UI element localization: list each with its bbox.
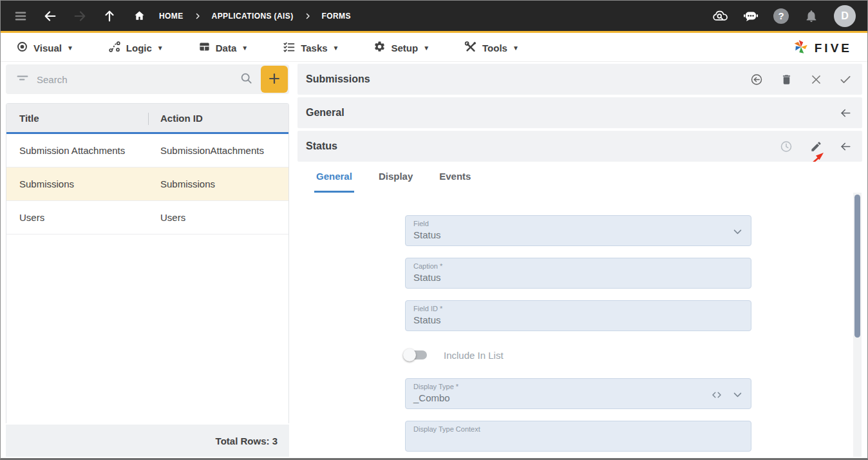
caption-value: Status <box>413 272 742 283</box>
chevron-down-icon[interactable] <box>732 226 743 240</box>
display-type-value: _Combo <box>413 392 742 403</box>
detail-tabs: General Display Events <box>297 162 862 193</box>
section-general[interactable]: General <box>297 97 862 128</box>
help-icon[interactable]: ? <box>773 8 789 24</box>
caret-down-icon: ▼ <box>157 44 164 52</box>
table-row[interactable]: Users Users <box>6 201 288 235</box>
setup-gear-icon <box>373 41 386 55</box>
code-icon[interactable] <box>711 389 722 403</box>
menu-setup-label: Setup <box>391 43 418 53</box>
caret-down-icon: ▼ <box>423 44 429 52</box>
display-type-context-input[interactable]: Display Type Context <box>405 421 751 452</box>
include-in-list-row: Include In List <box>405 345 862 365</box>
pencil-icon[interactable] <box>809 140 822 153</box>
five-pinwheel-icon <box>793 39 809 58</box>
search-icon[interactable] <box>240 72 253 88</box>
row-action-id: Submissions <box>147 178 288 189</box>
breadcrumb-home[interactable]: HOME <box>154 12 189 21</box>
row-action-id: Users <box>147 212 288 223</box>
chevron-down-icon[interactable] <box>732 389 743 403</box>
caret-down-icon: ▼ <box>333 44 339 52</box>
record-detail-panel: Submissions General <box>297 62 862 458</box>
collapse-arrow-icon[interactable] <box>839 106 852 119</box>
menu-visual[interactable]: Visual ▼ <box>16 41 73 55</box>
field-select[interactable]: Field Status <box>405 215 751 246</box>
section-general-label: General <box>306 107 344 119</box>
trash-icon[interactable] <box>780 73 793 86</box>
row-title: Users <box>6 212 147 223</box>
menu-setup[interactable]: Setup ▼ <box>373 41 429 55</box>
visual-icon <box>16 41 28 55</box>
up-arrow-icon[interactable] <box>101 8 118 24</box>
five-logo: FIVE <box>793 39 852 58</box>
field-select-value: Status <box>413 229 742 240</box>
caret-down-icon: ▼ <box>67 44 73 52</box>
tab-display[interactable]: Display <box>377 162 415 193</box>
section-status[interactable]: Status <box>297 131 862 162</box>
bell-icon[interactable] <box>803 8 820 24</box>
display-type-select[interactable]: Display Type * _Combo <box>405 378 751 409</box>
record-title-bar: Submissions <box>297 64 862 95</box>
scrollbar-thumb[interactable] <box>854 195 860 338</box>
form-content: Field Status Caption * Status Field ID *… <box>297 193 862 458</box>
menu-logic-label: Logic <box>126 43 152 53</box>
search-input[interactable] <box>37 74 233 85</box>
home-icon[interactable] <box>131 8 147 24</box>
avatar[interactable]: D <box>834 5 856 27</box>
column-header-action-id[interactable]: Action ID <box>147 113 288 124</box>
breadcrumb-applications[interactable]: APPLICATIONS (AIS) <box>207 12 299 21</box>
records-list-panel: Title Action ID Submission Attachments S… <box>1 62 290 458</box>
hamburger-icon[interactable] <box>12 8 29 24</box>
menu-tasks-label: Tasks <box>301 43 327 53</box>
display-type-label: Display Type * <box>413 383 742 390</box>
caret-down-icon: ▼ <box>241 44 248 52</box>
tasks-icon <box>283 41 296 56</box>
filter-icon[interactable] <box>16 72 29 87</box>
menu-tasks[interactable]: Tasks ▼ <box>283 41 339 56</box>
breadcrumb-forms[interactable]: FORMS <box>317 12 356 21</box>
record-title: Submissions <box>306 73 370 85</box>
row-title: Submission Attachments <box>6 145 147 156</box>
search-bar <box>6 64 289 94</box>
app-window: HOME APPLICATIONS (AIS) FORMS ? D <box>0 0 868 460</box>
check-icon[interactable] <box>839 73 852 86</box>
caret-down-icon: ▼ <box>513 44 519 52</box>
tab-events[interactable]: Events <box>437 162 473 193</box>
five-wordmark: FIVE <box>815 41 852 55</box>
add-record-button[interactable] <box>261 66 288 93</box>
forward-arrow-icon[interactable] <box>71 8 88 24</box>
back-arrow-icon[interactable] <box>42 8 59 24</box>
close-icon[interactable] <box>809 73 822 86</box>
topbar-actions: ? D <box>712 5 856 27</box>
column-header-title[interactable]: Title <box>6 113 147 124</box>
caption-input[interactable]: Caption * Status <box>405 258 751 289</box>
toggle-knob <box>403 349 416 361</box>
row-title: Submissions <box>6 178 147 189</box>
menu-data-label: Data <box>216 43 237 53</box>
restore-icon[interactable] <box>750 73 763 86</box>
vertical-scrollbar[interactable] <box>853 193 862 457</box>
menu-data[interactable]: Data ▼ <box>198 41 248 55</box>
table-row[interactable]: Submission Attachments SubmissionAttachm… <box>6 134 288 168</box>
tools-icon <box>464 41 477 56</box>
cloud-search-icon[interactable] <box>712 8 728 24</box>
tab-general[interactable]: General <box>314 162 354 193</box>
display-type-context-label: Display Type Context <box>413 425 742 433</box>
include-in-list-toggle[interactable] <box>405 350 427 359</box>
table-row-selected[interactable]: Submissions Submissions <box>6 168 288 201</box>
chevron-right-icon <box>304 12 312 20</box>
table-header: Title Action ID <box>6 104 288 134</box>
menu-tools-label: Tools <box>482 43 507 53</box>
clock-icon[interactable] <box>780 140 793 153</box>
plus-icon <box>267 72 281 88</box>
menu-bar: Visual ▼ Logic ▼ Data ▼ Tasks ▼ Setup ▼ … <box>1 35 867 62</box>
menu-tools[interactable]: Tools ▼ <box>464 41 519 56</box>
menu-logic[interactable]: Logic ▼ <box>108 41 164 56</box>
chat-bot-icon[interactable] <box>742 8 759 24</box>
records-table: Title Action ID Submission Attachments S… <box>6 103 289 423</box>
data-icon <box>198 41 211 55</box>
field-id-input[interactable]: Field ID * Status <box>405 300 751 331</box>
total-rows-label: Total Rows: 3 <box>216 436 278 446</box>
collapse-arrow-icon[interactable] <box>839 140 852 153</box>
table-footer: Total Rows: 3 <box>6 425 289 457</box>
